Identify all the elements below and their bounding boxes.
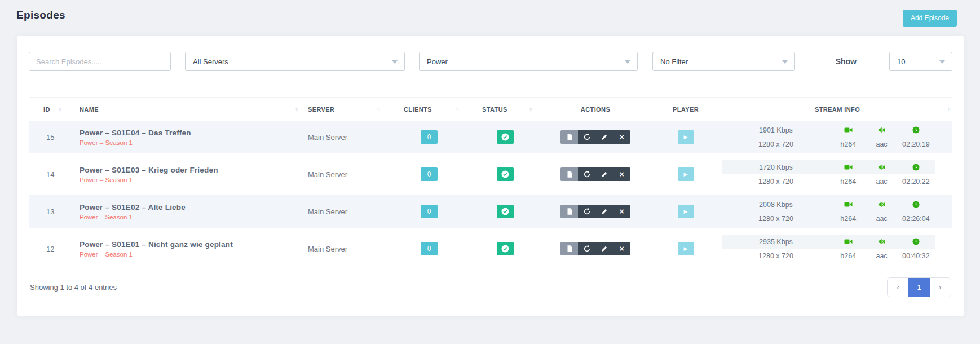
file-icon — [566, 133, 573, 141]
details-button[interactable] — [560, 167, 578, 181]
details-button[interactable] — [560, 205, 578, 218]
status-badge[interactable] — [497, 167, 514, 181]
show-select[interactable]: 10 — [889, 52, 952, 71]
stream-info-top-line: 2935 Kbps — [722, 235, 935, 249]
stream-info-bottom-line: 1280 x 720 h264 aac 00:40:32 — [722, 249, 935, 263]
restart-button[interactable] — [578, 130, 595, 144]
audio-codec: aac — [867, 178, 896, 186]
duration: 02:26:04 — [897, 215, 935, 223]
action-button-group: × — [560, 130, 630, 144]
header-clients[interactable]: CLIENTS ↑↓ — [390, 106, 469, 113]
table-footer: Showing 1 to 4 of 4 entries ‹ 1 › — [29, 277, 952, 297]
episode-name-cell: Power – S01E01 – Nicht ganz wie geplant … — [80, 240, 308, 258]
delete-button[interactable]: × — [613, 242, 630, 255]
status-badge[interactable] — [497, 242, 514, 255]
episode-name: Power – S01E03 – Krieg oder Frieden — [80, 166, 308, 174]
bitrate: 1720 Kbps — [722, 164, 829, 171]
table-body: 15 Power – S01E04 – Das Treffen Power – … — [29, 121, 952, 265]
duration: 00:40:32 — [897, 252, 935, 260]
chevron-down-icon — [939, 60, 945, 64]
table-row: 14 Power – S01E03 – Krieg oder Frieden P… — [29, 158, 952, 191]
duration-clock-icon — [897, 201, 935, 208]
episode-name: Power – S01E01 – Nicht ganz wie geplant — [80, 240, 308, 249]
episode-name-cell: Power – S01E02 – Alte Liebe Power – Seas… — [80, 203, 308, 220]
header-server[interactable]: SERVER ↑↓ — [308, 106, 390, 113]
server-select[interactable]: All Servers — [185, 52, 405, 71]
episode-id: 13 — [29, 208, 80, 216]
duration: 02:20:22 — [897, 178, 935, 186]
delete-button[interactable]: × — [613, 205, 630, 218]
header-name[interactable]: NAME ↑↓ — [80, 106, 308, 113]
play-icon: ▶ — [684, 172, 688, 177]
close-icon: × — [619, 170, 624, 178]
showing-entries-text: Showing 1 to 4 of 4 entries — [29, 283, 117, 292]
refresh-icon — [583, 208, 591, 215]
audio-codec-icon — [867, 126, 896, 134]
edit-button[interactable] — [595, 205, 613, 218]
player-cell: ▶ — [649, 167, 722, 181]
status-cell — [469, 130, 542, 144]
stream-info-bottom-line: 1280 x 720 h264 aac 02:26:04 — [722, 211, 935, 226]
action-button-group: × — [560, 205, 630, 218]
stream-info-bottom-line: 1280 x 720 h264 aac 02:20:22 — [722, 174, 935, 188]
edit-button[interactable] — [595, 130, 613, 144]
pagination-page-1-button[interactable]: 1 — [908, 278, 930, 297]
sort-icon: ↑↓ — [529, 107, 542, 112]
restart-button[interactable] — [578, 205, 595, 218]
player-cell: ▶ — [649, 242, 722, 255]
delete-button[interactable]: × — [613, 130, 630, 144]
play-button[interactable]: ▶ — [678, 205, 694, 218]
close-icon: × — [619, 245, 624, 253]
clients-count-badge: 0 — [421, 130, 438, 144]
play-button[interactable]: ▶ — [678, 167, 694, 181]
audio-codec-icon — [867, 238, 896, 245]
details-button[interactable] — [560, 242, 578, 255]
sort-icon: ↑↓ — [947, 107, 950, 112]
status-cell — [469, 242, 542, 255]
pagination-next-button[interactable]: › — [930, 278, 951, 297]
episode-server: Main Server — [308, 170, 390, 179]
video-codec-icon — [829, 238, 867, 245]
header-status[interactable]: STATUS ↑↓ — [469, 106, 542, 113]
status-badge[interactable] — [497, 205, 514, 218]
close-icon: × — [619, 208, 624, 215]
search-input[interactable] — [29, 52, 171, 71]
duration-clock-icon — [897, 238, 935, 245]
restart-button[interactable] — [578, 242, 595, 255]
edit-button[interactable] — [595, 242, 613, 255]
pencil-icon — [601, 208, 608, 215]
file-icon — [566, 208, 573, 215]
episodes-card: All Servers Power No Filter Show 10 ID ↑… — [17, 36, 964, 316]
episode-id: 15 — [29, 133, 80, 142]
resolution: 1280 x 720 — [722, 140, 829, 148]
edit-button[interactable] — [595, 167, 613, 181]
stream-info-cell: 2935 Kbps — [722, 232, 952, 265]
header-player: PLAYER — [649, 106, 722, 113]
header-stream-info[interactable]: STREAM INFO ↑↓ — [722, 106, 952, 113]
episode-category: Power – Season 1 — [80, 177, 308, 183]
filter-select[interactable]: No Filter — [652, 52, 795, 71]
pagination-prev-button[interactable]: ‹ — [888, 278, 908, 297]
actions-cell: × — [542, 205, 649, 218]
status-badge[interactable] — [497, 130, 514, 144]
close-icon: × — [619, 133, 624, 141]
clients-count-badge: 0 — [421, 167, 438, 181]
add-episode-button[interactable]: Add Episode — [903, 10, 957, 27]
restart-button[interactable] — [578, 167, 595, 181]
player-cell: ▶ — [649, 130, 722, 144]
chevron-down-icon — [625, 60, 630, 64]
clients-count-badge: 0 — [421, 205, 438, 218]
episode-category: Power – Season 1 — [80, 251, 308, 258]
play-button[interactable]: ▶ — [678, 130, 694, 144]
duration-clock-icon — [897, 164, 935, 171]
stream-info-cell: 2008 Kbps — [722, 195, 952, 228]
delete-button[interactable]: × — [613, 167, 630, 181]
play-button[interactable]: ▶ — [678, 242, 694, 255]
video-codec: h264 — [829, 140, 867, 148]
stream-select[interactable]: Power — [419, 52, 638, 71]
details-button[interactable] — [560, 130, 578, 144]
header-id[interactable]: ID ↑↓ — [29, 106, 80, 113]
episode-name-cell: Power – S01E03 – Krieg oder Frieden Powe… — [80, 166, 308, 183]
file-icon — [566, 170, 573, 178]
bitrate: 1901 Kbps — [722, 126, 829, 134]
